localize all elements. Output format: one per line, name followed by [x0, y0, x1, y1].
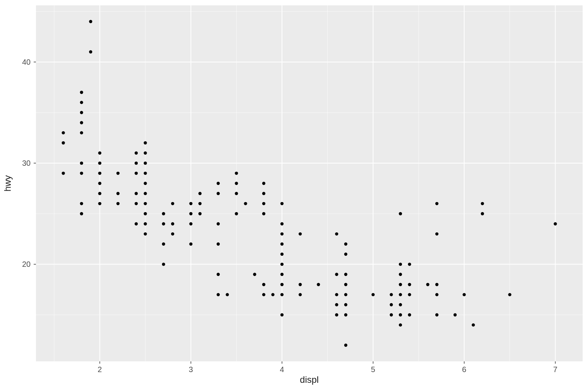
data-point: [435, 293, 438, 296]
data-point: [217, 182, 220, 185]
data-point: [98, 182, 101, 185]
scatter-plot: 234567203040displhwy: [0, 0, 588, 392]
data-point: [198, 192, 201, 195]
data-point: [426, 283, 429, 286]
x-tick-label: 6: [462, 365, 466, 374]
data-point: [62, 172, 65, 175]
plot-panel: [36, 5, 583, 361]
data-point: [244, 202, 247, 205]
data-point: [390, 293, 393, 296]
data-point: [399, 273, 402, 276]
data-point: [271, 293, 274, 296]
x-tick-label: 5: [371, 365, 375, 374]
data-point: [280, 232, 283, 235]
data-point: [262, 182, 265, 185]
data-point: [144, 152, 147, 155]
data-point: [299, 283, 302, 286]
data-point: [80, 121, 83, 124]
data-point: [335, 303, 338, 306]
x-axis-title: displ: [300, 374, 318, 385]
data-point: [80, 172, 83, 175]
data-point: [454, 313, 457, 316]
data-point: [344, 253, 347, 256]
data-point: [98, 192, 101, 195]
data-point: [98, 162, 101, 165]
data-point: [335, 313, 338, 316]
data-point: [80, 202, 83, 205]
data-point: [135, 152, 138, 155]
data-point: [399, 323, 402, 327]
data-point: [408, 313, 411, 316]
data-point: [116, 192, 119, 195]
data-point: [135, 162, 138, 165]
data-point: [144, 172, 147, 175]
data-point: [262, 212, 265, 215]
data-point: [472, 323, 475, 327]
data-point: [189, 212, 192, 215]
data-point: [408, 283, 411, 286]
data-point: [344, 313, 347, 316]
data-point: [344, 242, 347, 245]
y-axis: 203040: [22, 58, 36, 268]
x-axis: 234567: [98, 361, 557, 374]
data-point: [162, 222, 165, 225]
data-point: [144, 182, 147, 185]
data-point: [171, 222, 174, 225]
data-point: [280, 293, 283, 296]
data-point: [399, 293, 402, 296]
data-point: [554, 222, 557, 225]
data-point: [144, 141, 147, 144]
data-point: [144, 192, 147, 195]
data-point: [171, 202, 174, 205]
data-point: [144, 202, 147, 205]
data-point: [299, 293, 302, 296]
data-point: [116, 202, 119, 205]
data-point: [89, 20, 92, 23]
data-point: [217, 273, 220, 276]
data-point: [162, 212, 165, 215]
data-point: [390, 313, 393, 316]
data-point: [144, 232, 147, 235]
data-point: [217, 242, 220, 245]
data-point: [189, 242, 192, 245]
data-point: [144, 222, 147, 225]
data-point: [399, 313, 402, 316]
chart-container: 234567203040displhwy: [0, 0, 588, 392]
data-point: [116, 172, 119, 175]
data-point: [226, 293, 229, 296]
data-point: [135, 192, 138, 195]
y-tick-label: 40: [22, 58, 31, 66]
data-point: [62, 141, 65, 144]
data-point: [371, 293, 374, 296]
data-point: [235, 192, 238, 195]
x-tick-label: 3: [189, 365, 193, 374]
data-point: [280, 202, 283, 205]
data-point: [280, 242, 283, 245]
data-point: [299, 232, 302, 235]
x-tick-label: 4: [280, 365, 284, 374]
x-tick-label: 7: [553, 365, 557, 374]
data-point: [89, 50, 92, 53]
data-point: [399, 263, 402, 266]
data-point: [198, 212, 201, 215]
data-point: [408, 263, 411, 266]
data-point: [217, 293, 220, 296]
data-point: [344, 303, 347, 306]
data-point: [171, 232, 174, 235]
data-point: [62, 131, 65, 134]
data-point: [344, 283, 347, 286]
data-point: [235, 182, 238, 185]
data-point: [235, 212, 238, 215]
y-tick-label: 30: [22, 159, 31, 167]
data-point: [135, 202, 138, 205]
data-point: [189, 202, 192, 205]
data-point: [162, 263, 165, 266]
data-point: [280, 283, 283, 286]
data-point: [399, 303, 402, 306]
data-point: [399, 212, 402, 215]
data-point: [262, 283, 265, 286]
data-point: [98, 152, 101, 155]
data-point: [435, 202, 438, 205]
data-point: [344, 273, 347, 276]
data-point: [280, 222, 283, 225]
